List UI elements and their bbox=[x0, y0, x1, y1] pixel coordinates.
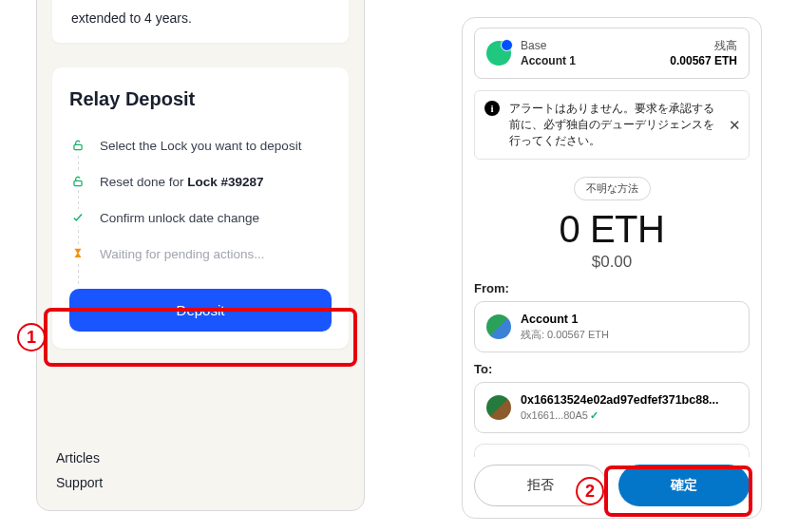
svg-rect-0 bbox=[74, 144, 82, 149]
annotation-highlight-2 bbox=[604, 466, 752, 517]
to-label: To: bbox=[474, 362, 750, 376]
check-icon bbox=[69, 209, 86, 226]
from-text: Account 1 残高: 0.00567 ETH bbox=[521, 312, 609, 342]
step-reset-done: Reset done for Lock #39287 bbox=[69, 163, 332, 200]
verified-check-icon: ✓ bbox=[590, 409, 598, 421]
alert-text: アラートはありません。要求を承認する前に、必ず独自のデューデリジェンスを行ってく… bbox=[509, 101, 722, 149]
step-confirm-date: Confirm unlock date change bbox=[69, 200, 332, 236]
to-account[interactable]: 0x16613524e02ad97edfef371bc88... 0x1661.… bbox=[474, 382, 750, 433]
lock-open-icon bbox=[69, 137, 86, 154]
annotation-marker-1: 1 bbox=[17, 323, 46, 352]
next-section-peek bbox=[474, 444, 750, 457]
step-select-lock: Select the Lock you want to deposit bbox=[69, 127, 332, 163]
from-name: Account 1 bbox=[521, 312, 609, 328]
steps-list: Select the Lock you want to deposit Rese… bbox=[69, 127, 332, 272]
footer-articles[interactable]: Articles bbox=[56, 446, 103, 470]
card-title: Relay Deposit bbox=[69, 88, 332, 110]
step-waiting: Waiting for pending actions... bbox=[69, 236, 332, 272]
close-icon[interactable]: ✕ bbox=[729, 117, 741, 134]
amount-usd: $0.00 bbox=[474, 253, 750, 272]
info-icon: i bbox=[484, 101, 500, 116]
to-short: 0x1661...80A5✓ bbox=[521, 408, 719, 423]
network-name: Base bbox=[521, 38, 660, 53]
account-name: Account 1 bbox=[521, 53, 660, 68]
balance-label: 残高 bbox=[670, 38, 737, 53]
footer-links: Articles Support bbox=[56, 446, 103, 495]
from-balance: 残高: 0.00567 ETH bbox=[521, 328, 609, 342]
to-text: 0x16613524e02ad97edfef371bc88... 0x1661.… bbox=[521, 392, 719, 423]
from-account[interactable]: Account 1 残高: 0.00567 ETH bbox=[474, 301, 750, 352]
from-label: From: bbox=[474, 281, 750, 295]
footer-support[interactable]: Support bbox=[56, 470, 103, 495]
to-address: 0x16613524e02ad97edfef371bc88... bbox=[521, 392, 719, 408]
account-header[interactable]: Base Account 1 残高 0.00567 ETH bbox=[474, 28, 750, 79]
avatar-icon bbox=[486, 314, 511, 339]
annotation-highlight-1 bbox=[44, 308, 357, 367]
left-phone: extended to 4 years. Relay Deposit Selec… bbox=[36, 0, 365, 511]
right-phone: Base Account 1 残高 0.00567 ETH i アラートはありま… bbox=[462, 17, 762, 519]
avatar-icon bbox=[486, 395, 511, 420]
account-names: Base Account 1 bbox=[521, 38, 660, 68]
balance-value: 0.00567 ETH bbox=[670, 53, 737, 68]
step-label: Select the Lock you want to deposit bbox=[100, 139, 301, 153]
relay-deposit-card: Relay Deposit Select the Lock you want t… bbox=[52, 67, 349, 349]
network-avatar-icon bbox=[486, 41, 511, 66]
hourglass-icon bbox=[69, 245, 86, 262]
prev-card-tail: extended to 4 years. bbox=[52, 0, 349, 43]
prev-card-text: extended to 4 years. bbox=[71, 10, 192, 26]
alert-banner: i アラートはありません。要求を承認する前に、必ず独自のデューデリジェンスを行っ… bbox=[474, 90, 750, 160]
lock-open-icon bbox=[69, 173, 86, 190]
step-label: Confirm unlock date change bbox=[100, 211, 259, 225]
step-label: Reset done for Lock #39287 bbox=[100, 175, 264, 189]
step-label: Waiting for pending actions... bbox=[100, 247, 265, 261]
svg-rect-1 bbox=[74, 180, 82, 185]
annotation-marker-2: 2 bbox=[576, 477, 604, 505]
account-balance: 残高 0.00567 ETH bbox=[670, 38, 737, 68]
method-pill: 不明な方法 bbox=[574, 177, 651, 200]
amount-eth: 0 ETH bbox=[474, 208, 750, 251]
